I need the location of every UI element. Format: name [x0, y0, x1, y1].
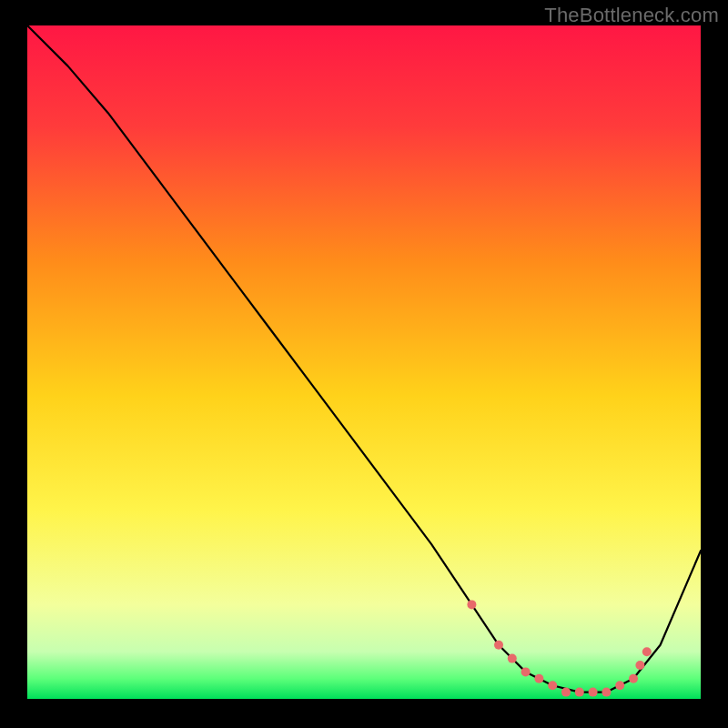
marker-point — [494, 641, 503, 650]
marker-point — [642, 647, 652, 656]
plot-area — [27, 25, 701, 699]
chart-svg — [27, 25, 701, 699]
marker-point — [629, 674, 638, 683]
marker-point — [534, 674, 543, 683]
watermark-text: TheBottleneck.com — [544, 4, 719, 27]
marker-point — [561, 688, 571, 697]
chart-frame: TheBottleneck.com — [0, 0, 728, 728]
marker-point — [521, 667, 531, 676]
marker-point — [508, 654, 517, 663]
marker-point — [467, 600, 476, 609]
marker-point — [635, 661, 644, 670]
marker-point — [602, 688, 611, 697]
marker-point — [615, 681, 624, 690]
marker-point — [575, 688, 584, 697]
gradient-background — [27, 25, 701, 699]
marker-point — [589, 688, 598, 697]
marker-point — [548, 681, 557, 690]
